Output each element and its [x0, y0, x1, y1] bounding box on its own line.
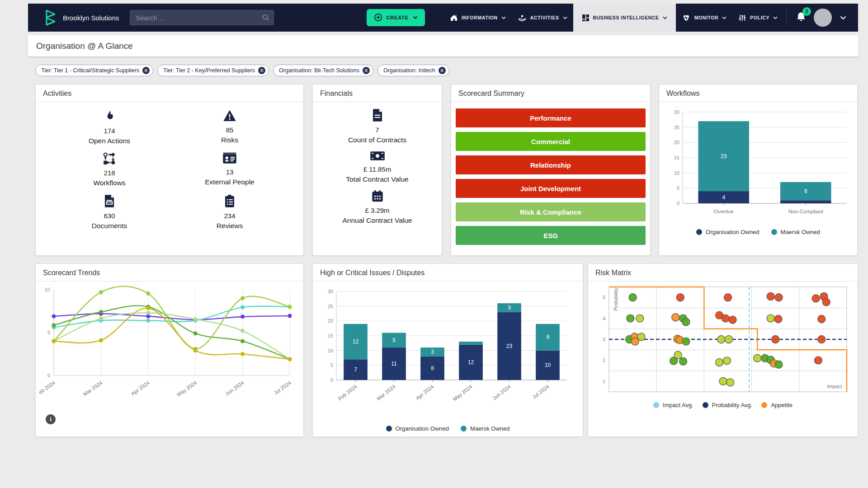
- svg-text:Mar 2024: Mar 2024: [376, 384, 396, 402]
- legend-dot-icon: [386, 426, 392, 432]
- svg-text:0: 0: [330, 377, 333, 383]
- legend-label: Organisation Owned: [396, 425, 449, 432]
- legend-item[interactable]: Impact Avg.: [653, 402, 693, 408]
- stat-count-of-contracts[interactable]: 7 Count of Contracts: [317, 108, 437, 144]
- svg-text:May 2024: May 2024: [452, 384, 474, 402]
- svg-text:Probability: Probability: [613, 288, 618, 311]
- remove-filter-icon[interactable]: ✕: [258, 67, 265, 74]
- nav-item-information[interactable]: INFORMATION: [444, 4, 512, 32]
- filter-chip[interactable]: Organisation: Initech ✕: [377, 65, 449, 76]
- chevron-down-icon: [413, 16, 418, 19]
- filter-chips: Tier: Tier 1 - Critical/Strategic Suppli…: [35, 65, 449, 76]
- stat-documents[interactable]: 630 Documents: [49, 194, 170, 230]
- issues-chart: 051015202530712Feb 2024115Mar 202483Apr …: [313, 282, 583, 432]
- svg-text:4: 4: [603, 316, 605, 321]
- create-button[interactable]: CREATE: [367, 9, 425, 26]
- notifications-button[interactable]: 2: [796, 11, 807, 24]
- svg-text:3: 3: [603, 337, 605, 342]
- svg-text:4: 4: [722, 194, 725, 201]
- stat-label: External People: [205, 178, 254, 186]
- sliders-icon: [738, 14, 746, 22]
- chevron-down-icon: [722, 16, 726, 19]
- legend-item[interactable]: Organisation Owned: [386, 425, 449, 432]
- scorecard-bar-joint-development[interactable]: Joint Development: [456, 179, 646, 198]
- nav-label: INFORMATION: [462, 15, 498, 20]
- financials-stats: 7 Count of Contracts £ 11.85m Total Cont…: [313, 102, 442, 231]
- stat-reviews[interactable]: 234 Reviews: [170, 194, 290, 230]
- legend-label: Maersk Owned: [781, 229, 820, 235]
- clipboard-icon: [224, 194, 236, 208]
- svg-text:5: 5: [603, 295, 605, 300]
- stat-annual-contract-value[interactable]: £ 3.29m Annual Contract Value: [317, 190, 437, 225]
- card-title: Risk Matrix: [588, 264, 858, 282]
- nav-label: BUSINESS INTELLIGENCE: [593, 15, 659, 20]
- filter-chip[interactable]: Tier: Tier 1 - Critical/Strategic Suppli…: [35, 65, 153, 76]
- remove-filter-icon[interactable]: ✕: [363, 67, 370, 74]
- stat-label: Documents: [92, 222, 127, 230]
- stat-value: £ 11.85m: [363, 165, 391, 173]
- nav-item-activities[interactable]: ACTIVITIES: [512, 4, 573, 32]
- svg-text:Jul 2024: Jul 2024: [531, 384, 550, 400]
- remove-filter-icon[interactable]: ✕: [439, 67, 446, 74]
- legend-item[interactable]: Maersk Owned: [771, 229, 820, 235]
- stat-value: 174: [104, 127, 115, 135]
- info-icon[interactable]: i: [46, 414, 56, 424]
- legend-label: Probability Avg.: [712, 402, 752, 408]
- stat-label: Total Contract Value: [346, 175, 408, 183]
- svg-text:Apr 2024: Apr 2024: [130, 380, 151, 396]
- nav-items: INFORMATION ACTIVITIES BUSINESS INTELLIG…: [444, 4, 783, 32]
- legend-item[interactable]: Appetite: [761, 402, 793, 408]
- home-icon: [450, 14, 458, 22]
- svg-text:15: 15: [674, 155, 679, 160]
- svg-text:10: 10: [45, 287, 50, 292]
- stat-value: 13: [226, 168, 234, 176]
- avatar[interactable]: [814, 9, 832, 27]
- workflow-icon: [103, 152, 116, 165]
- svg-text:1: 1: [603, 379, 605, 384]
- nav-item-business-intelligence[interactable]: BUSINESS INTELLIGENCE: [573, 4, 676, 32]
- card-title: High or Critical Issues / Disputes: [313, 264, 583, 282]
- stat-risks[interactable]: 85 Risks: [170, 109, 290, 145]
- brooklyn-logo-icon[interactable]: [44, 9, 57, 26]
- scorecard-bar-relationship[interactable]: Relationship: [456, 155, 646, 174]
- profile-chevron-icon[interactable]: [840, 14, 846, 22]
- svg-text:Jul 2024: Jul 2024: [273, 380, 292, 395]
- activities-stats: 174 Open Actions 85 Risks 218 Workflows …: [36, 102, 303, 237]
- filter-chip[interactable]: Tier: Tier 2 - Key/Preferred Suppliers ✕: [157, 65, 269, 76]
- legend-item[interactable]: Organisation Owned: [696, 229, 760, 235]
- scorecard-summary-card: Scorecard Summary Performance Commercial…: [451, 84, 651, 256]
- chevron-down-icon: [663, 16, 667, 19]
- svg-text:Apr 2024: Apr 2024: [415, 384, 435, 401]
- chevron-down-icon: [501, 16, 506, 19]
- nav-item-monitor[interactable]: MONITOR: [676, 4, 733, 32]
- nav-item-policy[interactable]: POLICY: [732, 4, 783, 32]
- remove-filter-icon[interactable]: ✕: [142, 67, 150, 74]
- nav-label: POLICY: [750, 15, 769, 20]
- svg-text:10: 10: [545, 362, 551, 368]
- stat-label: Count of Contracts: [348, 136, 406, 144]
- workflows-card: Workflows 051015202530423Overdue6Non-Com…: [659, 84, 858, 256]
- filter-chip-label: Organisation: Initech: [383, 67, 435, 74]
- filter-chip[interactable]: Organisation: Bit-Tech Solutions ✕: [273, 65, 373, 76]
- divider: [786, 9, 787, 26]
- scorecard-bar-performance[interactable]: Performance: [456, 108, 646, 127]
- svg-text:23: 23: [506, 343, 513, 349]
- stat-open-actions[interactable]: 174 Open Actions: [49, 109, 170, 145]
- filter-chip-label: Tier: Tier 1 - Critical/Strategic Suppli…: [41, 67, 139, 74]
- workflows-legend: Organisation OwnedMaersk Owned: [663, 229, 854, 235]
- scorecard-bar-commercial[interactable]: Commercial: [456, 132, 646, 151]
- nav-right: 2: [783, 9, 858, 27]
- legend-item[interactable]: Maersk Owned: [461, 425, 509, 432]
- stat-total-contract-value[interactable]: £ 11.85m Total Contract Value: [317, 150, 437, 183]
- svg-text:9: 9: [546, 334, 549, 340]
- stat-external-people[interactable]: 13 External People: [170, 152, 290, 187]
- legend-item[interactable]: Probability Avg.: [703, 402, 752, 408]
- scorecard-bar-risk-compliance[interactable]: Risk & Compliance: [456, 202, 646, 221]
- nav-label: MONITOR: [694, 15, 719, 20]
- scorecard-bar-esg[interactable]: ESG: [456, 226, 646, 245]
- stat-workflows[interactable]: 218 Workflows: [49, 152, 170, 187]
- search-input[interactable]: [130, 10, 274, 25]
- svg-text:May 2024: May 2024: [176, 380, 198, 397]
- svg-text:7: 7: [354, 366, 357, 373]
- svg-text:Jun 2024: Jun 2024: [224, 380, 245, 396]
